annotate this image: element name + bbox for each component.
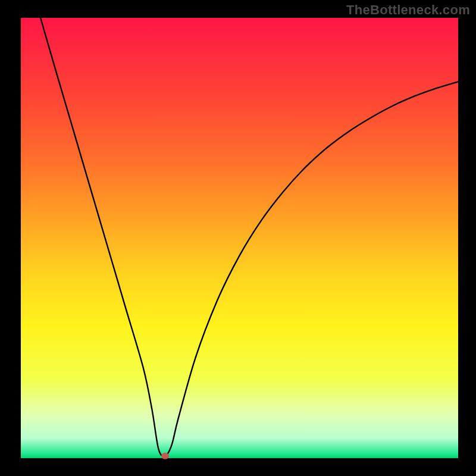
- chart-frame: TheBottleneck.com: [0, 0, 476, 476]
- bottleneck-chart: [0, 0, 476, 476]
- watermark-text: TheBottleneck.com: [346, 2, 470, 18]
- optimum-marker: [161, 453, 169, 459]
- plot-background: [21, 18, 458, 458]
